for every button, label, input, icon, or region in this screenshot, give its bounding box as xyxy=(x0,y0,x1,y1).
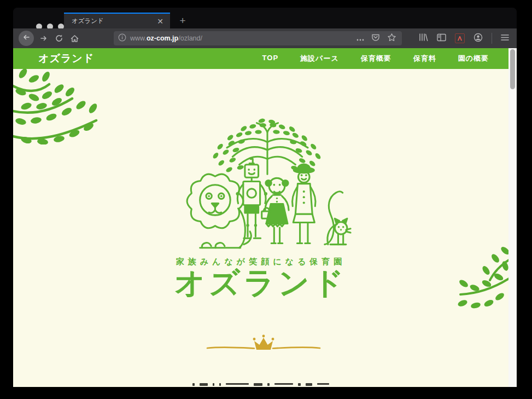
toolbar-separator xyxy=(492,33,492,44)
leaf-decoration-top-left xyxy=(13,69,110,147)
pocket-icon[interactable] xyxy=(371,33,380,44)
girl-figure xyxy=(262,178,289,243)
crown-divider-icon xyxy=(206,334,321,356)
titlebar: オズランド ✕ + xyxy=(13,8,517,28)
nav-item-facility[interactable]: 施設パース xyxy=(300,54,339,63)
back-button[interactable] xyxy=(19,31,34,46)
nav-item-childcare-overview[interactable]: 保育概要 xyxy=(361,54,391,63)
clipped-heading-fragment xyxy=(13,383,508,387)
site-header: オズランド TOP 施設パース 保育概要 保育料 園の概要 xyxy=(13,48,508,69)
page-scrollbar[interactable] xyxy=(508,48,517,387)
hero-illustration xyxy=(183,109,352,255)
browser-tab[interactable]: オズランド ✕ xyxy=(64,13,170,28)
bookmark-star-icon[interactable] xyxy=(387,33,396,44)
reload-icon xyxy=(55,34,63,43)
menu-hamburger-icon[interactable] xyxy=(501,33,509,43)
site-info-icon[interactable] xyxy=(118,33,126,44)
home-icon xyxy=(70,34,79,43)
site-nav: TOP 施設パース 保育概要 保育料 園の概要 xyxy=(262,54,489,63)
new-tab-button[interactable]: + xyxy=(175,15,190,27)
forward-button[interactable] xyxy=(36,31,51,46)
arrow-right-icon xyxy=(39,34,48,43)
arrow-left-icon xyxy=(22,33,31,44)
browser-toolbar: www.oz-com.jp/ozland/ xyxy=(13,28,517,48)
adobe-pdf-icon[interactable] xyxy=(455,33,465,43)
account-icon[interactable] xyxy=(473,33,483,44)
url-text[interactable]: www.oz-com.jp/ozland/ xyxy=(130,34,356,42)
webpage-viewport: オズランド TOP 施設パース 保育概要 保育料 園の概要 xyxy=(13,48,517,387)
nav-item-about[interactable]: 園の概要 xyxy=(458,54,489,63)
scrollbar-thumb[interactable] xyxy=(510,49,515,89)
reload-button[interactable] xyxy=(51,31,67,46)
library-icon[interactable] xyxy=(418,33,428,44)
url-bar[interactable]: www.oz-com.jp/ozland/ xyxy=(114,31,402,45)
site-logo[interactable]: オズランド xyxy=(38,51,94,66)
leaf-decoration-right xyxy=(456,246,508,321)
nav-item-fees[interactable]: 保育料 xyxy=(413,54,436,63)
tab-title: オズランド xyxy=(64,17,150,25)
home-button[interactable] xyxy=(67,31,82,46)
page-actions-icon[interactable] xyxy=(356,33,364,43)
cat-figure xyxy=(325,192,350,245)
tab-close-icon[interactable]: ✕ xyxy=(150,17,170,26)
browser-window: オズランド ✕ + xyxy=(13,8,517,387)
sidebar-icon[interactable] xyxy=(437,33,446,44)
tin-man-figure xyxy=(237,159,266,238)
nav-item-top[interactable]: TOP xyxy=(262,54,279,63)
hero-title: オズランド xyxy=(13,265,508,300)
